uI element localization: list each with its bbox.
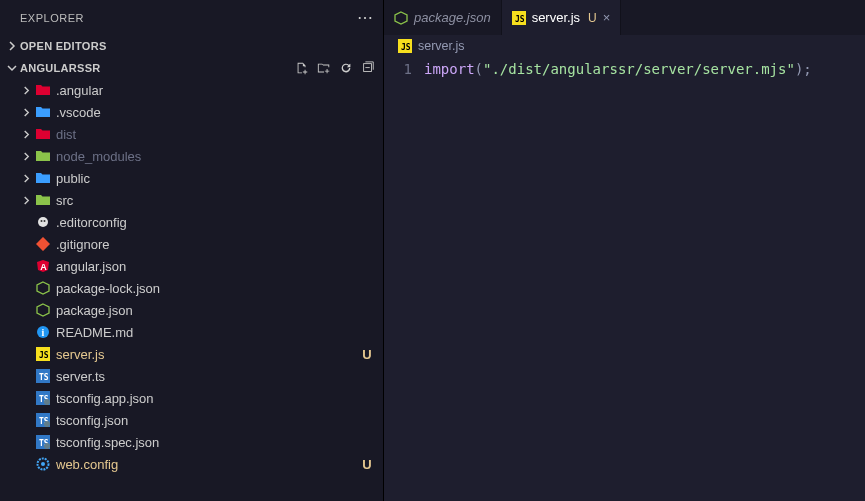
git-status-badge: U	[359, 457, 375, 472]
tree-item-label: .gitignore	[56, 237, 359, 252]
new-file-icon[interactable]	[295, 61, 309, 75]
nodejs-icon	[34, 303, 52, 317]
editor-area: package.jsonJSserver.jsU× JS server.js 1…	[384, 0, 865, 501]
line-gutter: 1	[384, 57, 424, 501]
tree-item-label: tsconfig.spec.json	[56, 435, 359, 450]
tree-file[interactable]: TStsconfig.spec.json	[0, 431, 383, 453]
chevron-right-icon	[18, 130, 34, 139]
svg-marker-7	[37, 282, 49, 294]
svg-point-1	[38, 217, 48, 227]
project-toolbar	[295, 61, 375, 75]
explorer-title: EXPLORER	[20, 12, 84, 24]
collapse-all-icon[interactable]	[361, 61, 375, 75]
tree-item-label: .vscode	[56, 105, 359, 120]
svg-text:TS: TS	[39, 373, 49, 382]
tsconfig-icon: TS	[34, 413, 52, 427]
tree-file[interactable]: .editorconfig	[0, 211, 383, 233]
project-label: ANGULARSSR	[20, 62, 295, 74]
tree-file[interactable]: Aangular.json	[0, 255, 383, 277]
breadcrumb[interactable]: JS server.js	[384, 35, 865, 57]
tree-folder[interactable]: node_modules	[0, 145, 383, 167]
svg-text:JS: JS	[515, 15, 525, 24]
tree-item-label: package.json	[56, 303, 359, 318]
tree-item-label: src	[56, 193, 359, 208]
svg-text:i: i	[42, 327, 45, 338]
tree-folder[interactable]: .vscode	[0, 101, 383, 123]
tree-item-label: tsconfig.json	[56, 413, 359, 428]
explorer-more-icon[interactable]: ⋯	[357, 8, 375, 27]
close-icon[interactable]: ×	[603, 10, 611, 25]
folder-icon	[34, 149, 52, 163]
code-editor[interactable]: 1 import("./dist/angularssr/server/serve…	[384, 57, 865, 501]
tree-item-label: dist	[56, 127, 359, 142]
js-icon: JS	[398, 39, 412, 53]
tree-file[interactable]: package-lock.json	[0, 277, 383, 299]
tab-status-badge: U	[588, 11, 597, 25]
chevron-right-icon	[4, 41, 20, 51]
tree-item-label: package-lock.json	[56, 281, 359, 296]
folder-icon	[34, 127, 52, 141]
code-token: "./dist/angularssr/server/server.mjs"	[483, 61, 795, 77]
tsconfig-icon: TS	[34, 435, 52, 449]
folder-icon	[34, 193, 52, 207]
project-section[interactable]: ANGULARSSR	[0, 57, 383, 79]
code-line[interactable]: import("./dist/angularssr/server/server.…	[424, 59, 865, 79]
code-token: ;	[803, 61, 811, 77]
svg-point-2	[41, 220, 43, 222]
tree-item-label: public	[56, 171, 359, 186]
svg-text:A: A	[40, 262, 47, 272]
tree-file[interactable]: iREADME.md	[0, 321, 383, 343]
tree-item-label: tsconfig.app.json	[56, 391, 359, 406]
js-icon: JS	[512, 11, 526, 25]
editor-tab[interactable]: package.json	[384, 0, 502, 35]
svg-point-3	[44, 220, 46, 222]
svg-point-23	[44, 443, 50, 449]
breadcrumb-label: server.js	[418, 39, 465, 53]
new-folder-icon[interactable]	[317, 61, 331, 75]
open-editors-section[interactable]: OPEN EDITORS	[0, 35, 383, 57]
tree-folder[interactable]: public	[0, 167, 383, 189]
info-icon: i	[34, 325, 52, 339]
tree-item-label: .editorconfig	[56, 215, 359, 230]
tree-file[interactable]: web.configU	[0, 453, 383, 475]
svg-marker-26	[395, 12, 407, 24]
svg-point-17	[44, 399, 50, 405]
code-token: (	[475, 61, 483, 77]
svg-marker-8	[37, 304, 49, 316]
code-token: import	[424, 61, 475, 77]
tree-file[interactable]: TSserver.ts	[0, 365, 383, 387]
refresh-icon[interactable]	[339, 61, 353, 75]
tree-folder[interactable]: .angular	[0, 79, 383, 101]
open-editors-label: OPEN EDITORS	[20, 40, 375, 52]
svg-point-20	[44, 421, 50, 427]
tree-file[interactable]: TStsconfig.json	[0, 409, 383, 431]
js-icon: JS	[34, 347, 52, 361]
tree-file[interactable]: .gitignore	[0, 233, 383, 255]
tab-label: server.js	[532, 10, 580, 25]
tree-file[interactable]: package.json	[0, 299, 383, 321]
tree-item-label: node_modules	[56, 149, 359, 164]
tree-file[interactable]: TStsconfig.app.json	[0, 387, 383, 409]
svg-text:JS: JS	[401, 43, 411, 52]
line-number: 1	[384, 59, 412, 79]
tree-item-label: angular.json	[56, 259, 359, 274]
nodejs-icon	[394, 11, 408, 25]
editor-tab[interactable]: JSserver.jsU×	[502, 0, 622, 35]
tree-folder[interactable]: src	[0, 189, 383, 211]
chevron-right-icon	[18, 86, 34, 95]
tsconfig-icon: TS	[34, 391, 52, 405]
tree-item-label: web.config	[56, 457, 359, 472]
chevron-right-icon	[18, 174, 34, 183]
tree-item-label: .angular	[56, 83, 359, 98]
code-content[interactable]: import("./dist/angularssr/server/server.…	[424, 57, 865, 501]
tree-folder[interactable]: dist	[0, 123, 383, 145]
folder-icon	[34, 171, 52, 185]
git-status-badge: U	[359, 347, 375, 362]
explorer-sidebar: EXPLORER ⋯ OPEN EDITORS ANGULARSSR	[0, 0, 384, 501]
angular-icon: A	[34, 259, 52, 273]
tree-file[interactable]: JSserver.jsU	[0, 343, 383, 365]
file-tree: .angular.vscodedistnode_modulespublicsrc…	[0, 79, 383, 475]
tab-label: package.json	[414, 10, 491, 25]
tab-bar: package.jsonJSserver.jsU×	[384, 0, 865, 35]
gear-icon	[34, 457, 52, 471]
